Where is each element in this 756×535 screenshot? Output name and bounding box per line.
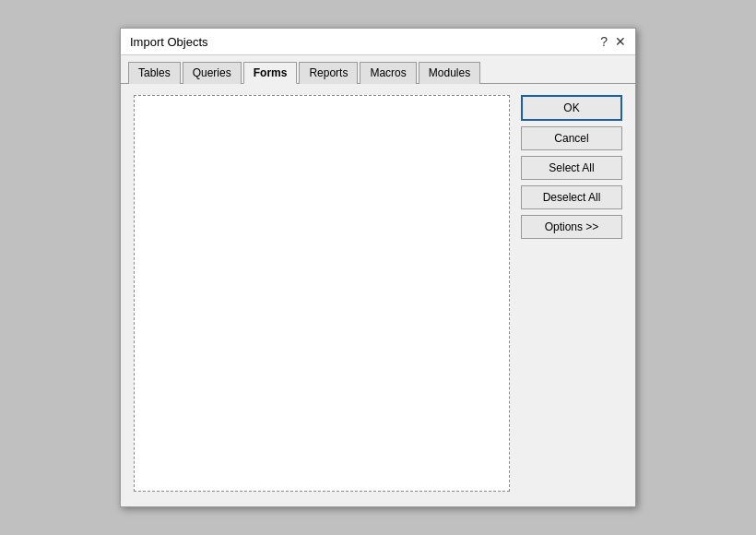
forms-list[interactable] <box>134 95 510 492</box>
tab-queries[interactable]: Queries <box>183 62 242 84</box>
import-objects-dialog: Import Objects ? ✕ Tables Queries Forms … <box>120 28 636 507</box>
select-all-button[interactable]: Select All <box>521 156 622 180</box>
dialog-title: Import Objects <box>130 35 208 49</box>
tab-tables[interactable]: Tables <box>128 62 181 84</box>
tab-reports[interactable]: Reports <box>299 62 358 84</box>
tab-forms[interactable]: Forms <box>243 62 298 84</box>
close-button[interactable]: ✕ <box>615 35 626 48</box>
help-button[interactable]: ? <box>600 34 608 49</box>
tab-modules[interactable]: Modules <box>419 62 480 84</box>
tab-macros[interactable]: Macros <box>360 62 416 84</box>
cancel-button[interactable]: Cancel <box>521 126 622 150</box>
dialog-body: OK Cancel Select All Deselect All Option… <box>121 84 635 505</box>
ok-button[interactable]: OK <box>521 95 622 121</box>
deselect-all-button[interactable]: Deselect All <box>521 185 622 209</box>
buttons-area: OK Cancel Select All Deselect All Option… <box>521 95 622 492</box>
title-bar: Import Objects ? ✕ <box>121 29 635 55</box>
title-bar-controls: ? ✕ <box>600 34 626 49</box>
tabs-bar: Tables Queries Forms Reports Macros Modu… <box>121 55 635 84</box>
options-button[interactable]: Options >> <box>521 215 622 239</box>
